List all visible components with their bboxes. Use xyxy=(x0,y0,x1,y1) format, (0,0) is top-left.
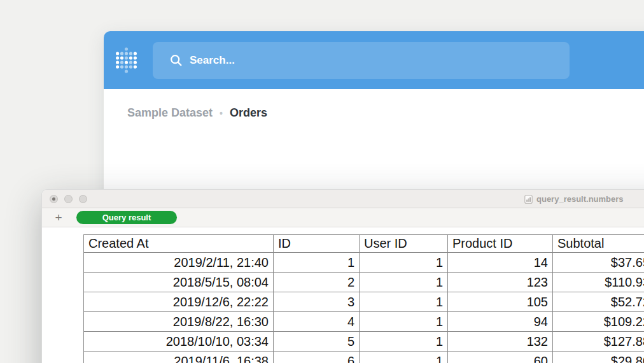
add-sheet-button[interactable]: + xyxy=(51,210,66,225)
table-row: 2018/10/10, 03:34 5 1 132 $127.88 xyxy=(84,332,644,352)
cell[interactable]: 105 xyxy=(448,292,553,312)
cell[interactable]: 2019/2/11, 21:40 xyxy=(84,253,274,273)
cell[interactable]: 5 xyxy=(274,332,360,352)
sheet-canvas: Created At ID User ID Product ID Subtota… xyxy=(42,227,644,363)
header-cell[interactable]: User ID xyxy=(360,235,448,253)
cell[interactable]: 1 xyxy=(274,253,360,273)
metabase-header xyxy=(104,31,644,89)
spreadsheet-table: Created At ID User ID Product ID Subtota… xyxy=(83,234,644,363)
cell[interactable]: $29.80 xyxy=(553,352,644,363)
cell[interactable]: 2 xyxy=(274,273,360,292)
unsaved-dot xyxy=(52,197,55,201)
zoom-button[interactable] xyxy=(79,195,87,203)
cell[interactable]: 1 xyxy=(360,253,448,273)
cell[interactable]: 2019/12/6, 22:22 xyxy=(84,292,274,312)
breadcrumb: Sample Dataset • Orders xyxy=(127,106,267,120)
metabase-logo xyxy=(116,47,137,74)
search-bar[interactable] xyxy=(153,42,570,79)
cell[interactable]: $109.22 xyxy=(553,312,644,332)
table-row: 2019/8/22, 16:30 4 1 94 $109.22 xyxy=(84,312,644,332)
numbers-window: query_result.numbers + Query result Crea… xyxy=(41,189,644,363)
cell[interactable]: 132 xyxy=(448,332,553,352)
desktop: { "colors": { "background": "#f1f1ef", "… xyxy=(0,0,644,363)
close-button[interactable] xyxy=(50,195,58,203)
table-row: 2019/12/6, 22:22 3 1 105 $52.72 xyxy=(84,292,644,312)
cell[interactable]: 6 xyxy=(274,352,360,363)
cell[interactable]: 14 xyxy=(448,253,553,273)
table-row: 2019/11/6, 16:38 6 1 60 $29.80 xyxy=(84,352,644,363)
cell[interactable]: 123 xyxy=(448,273,553,292)
cell[interactable]: 60 xyxy=(448,352,553,363)
breadcrumb-separator: • xyxy=(220,108,223,118)
breadcrumb-database[interactable]: Sample Dataset xyxy=(127,106,213,120)
cell[interactable]: 1 xyxy=(360,312,448,332)
cell[interactable]: 2018/10/10, 03:34 xyxy=(84,332,274,352)
cell[interactable]: 4 xyxy=(274,312,360,332)
cell[interactable]: 2019/8/22, 16:30 xyxy=(84,312,274,332)
cell[interactable]: 2019/11/6, 16:38 xyxy=(84,352,274,363)
breadcrumb-table[interactable]: Orders xyxy=(230,106,267,120)
numbers-document-icon xyxy=(524,195,533,204)
cell[interactable]: 2018/5/15, 08:04 xyxy=(84,273,274,292)
window-title-text: query_result.numbers xyxy=(536,194,624,204)
cell[interactable]: 1 xyxy=(360,352,448,363)
search-icon xyxy=(170,54,183,67)
tab-query-result[interactable]: Query result xyxy=(76,211,177,224)
window-titlebar[interactable]: query_result.numbers xyxy=(42,190,644,208)
header-cell[interactable]: Created At xyxy=(84,235,274,253)
cell[interactable]: 1 xyxy=(360,332,448,352)
cell[interactable]: 1 xyxy=(360,292,448,312)
table-row: 2019/2/11, 21:40 1 1 14 $37.65 xyxy=(84,253,644,273)
minimize-button[interactable] xyxy=(64,195,73,203)
cell[interactable]: 1 xyxy=(360,273,448,292)
cell[interactable]: 94 xyxy=(448,312,553,332)
cell[interactable]: $127.88 xyxy=(553,332,644,352)
header-cell[interactable]: ID xyxy=(274,235,360,253)
header-cell[interactable]: Product ID xyxy=(448,235,553,253)
cell[interactable]: $110.93 xyxy=(553,273,644,292)
table-header-row: Created At ID User ID Product ID Subtota… xyxy=(84,235,644,253)
window-title: query_result.numbers xyxy=(524,190,624,208)
sheet-tabbar: + Query result xyxy=(42,208,644,227)
search-input[interactable] xyxy=(190,54,533,67)
cell[interactable]: $52.72 xyxy=(553,292,644,312)
cell[interactable]: $37.65 xyxy=(553,253,644,273)
cell[interactable]: 3 xyxy=(274,292,360,312)
table-row: 2018/5/15, 08:04 2 1 123 $110.93 xyxy=(84,273,644,292)
header-cell[interactable]: Subtotal xyxy=(553,235,644,253)
